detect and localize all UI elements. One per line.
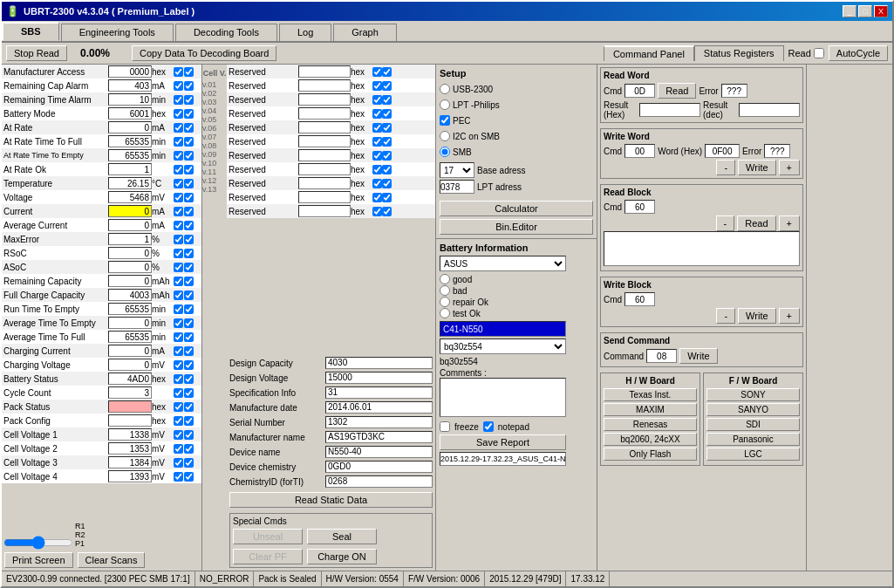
sbs-check2[interactable] xyxy=(184,402,194,412)
bad-radio[interactable] xyxy=(440,285,450,296)
sbs-check2[interactable] xyxy=(184,374,194,384)
charge-on-button[interactable]: Charge ON xyxy=(307,549,377,564)
reserved-check2[interactable] xyxy=(382,151,392,161)
stop-read-button[interactable]: Stop Read xyxy=(6,45,67,61)
sbs-check1[interactable] xyxy=(174,263,183,272)
sbs-check2[interactable] xyxy=(184,179,194,188)
sbs-check2[interactable] xyxy=(184,388,194,398)
write-block-plus-button[interactable]: + xyxy=(779,308,800,324)
sbs-check1[interactable] xyxy=(174,123,183,133)
sbs-check2[interactable] xyxy=(184,332,194,342)
sbs-check1[interactable] xyxy=(174,137,183,147)
tab-sbs[interactable]: SBS xyxy=(2,22,59,41)
sbs-check2[interactable] xyxy=(184,165,194,174)
sbs-check2[interactable] xyxy=(184,81,194,91)
lpt-radio[interactable] xyxy=(440,99,450,110)
sbs-check2[interactable] xyxy=(184,67,194,77)
word-hex-input[interactable] xyxy=(705,144,740,158)
save-report-button[interactable]: Save Report xyxy=(440,434,566,450)
clear-pf-button[interactable]: Clear PF xyxy=(233,549,303,564)
notepad-checkbox[interactable] xyxy=(483,421,494,432)
sbs-check2[interactable] xyxy=(184,137,194,147)
close-button[interactable]: X xyxy=(874,5,888,17)
good-radio[interactable] xyxy=(440,274,450,284)
reserved-check1[interactable] xyxy=(372,165,382,174)
sbs-check2[interactable] xyxy=(184,207,194,216)
address-select[interactable]: 17 xyxy=(440,162,474,178)
sbs-check1[interactable] xyxy=(174,430,183,440)
sbs-check1[interactable] xyxy=(174,193,183,202)
reserved-check2[interactable] xyxy=(382,193,392,202)
sbs-check2[interactable] xyxy=(184,346,194,356)
horizontal-scrollbar[interactable] xyxy=(3,537,73,548)
autocycle-button[interactable]: AutoCycle xyxy=(829,45,888,61)
sbs-check1[interactable] xyxy=(174,81,183,91)
reserved-check1[interactable] xyxy=(372,179,382,188)
sbs-check2[interactable] xyxy=(184,430,194,440)
sbs-check1[interactable] xyxy=(174,67,183,77)
freeze-checkbox[interactable] xyxy=(440,421,450,432)
sbs-check1[interactable] xyxy=(174,374,183,384)
write-word-cmd-input[interactable] xyxy=(624,144,655,158)
panasonic-button[interactable]: Panasonic xyxy=(706,433,800,446)
sbs-check2[interactable] xyxy=(184,277,194,286)
sbs-check1[interactable] xyxy=(174,416,183,426)
tab-decoding[interactable]: Decoding Tools xyxy=(175,24,277,41)
sbs-check1[interactable] xyxy=(174,249,183,258)
write-block-minus-button[interactable]: - xyxy=(716,308,735,324)
tab-engineering[interactable]: Engineering Tools xyxy=(61,24,174,41)
reserved-check1[interactable] xyxy=(372,109,382,119)
sbs-check2[interactable] xyxy=(184,263,194,272)
reserved-check2[interactable] xyxy=(382,95,392,105)
sbs-check2[interactable] xyxy=(184,360,194,370)
sbs-check1[interactable] xyxy=(174,402,183,412)
pec-checkbox[interactable] xyxy=(440,115,450,126)
sbs-check1[interactable] xyxy=(174,165,183,174)
read-block-cmd-input[interactable] xyxy=(624,200,655,214)
reserved-check2[interactable] xyxy=(382,109,392,119)
sbs-check2[interactable] xyxy=(184,472,194,482)
read-static-data-button[interactable]: Read Static Data xyxy=(229,492,433,508)
reserved-check2[interactable] xyxy=(382,67,392,77)
sbs-check1[interactable] xyxy=(174,458,183,468)
sbs-check1[interactable] xyxy=(174,179,183,188)
read-checkbox[interactable] xyxy=(814,48,824,58)
reserved-check1[interactable] xyxy=(372,95,382,105)
read-block-button[interactable]: Read xyxy=(737,215,775,231)
sbs-check1[interactable] xyxy=(174,472,183,482)
sbs-check1[interactable] xyxy=(174,95,183,105)
write-word-button[interactable]: Write xyxy=(738,160,775,175)
seal-button[interactable]: Seal xyxy=(307,529,377,544)
reserved-check1[interactable] xyxy=(372,137,382,147)
texas-inst-button[interactable]: Texas Inst. xyxy=(604,388,697,401)
lpt-address-input[interactable] xyxy=(440,180,474,194)
reserved-check2[interactable] xyxy=(382,179,392,188)
send-command-button[interactable]: Write xyxy=(679,348,717,364)
maximize-button[interactable]: □ xyxy=(858,5,872,17)
clear-scans-button[interactable]: Clear Scans xyxy=(78,552,146,568)
smb-radio[interactable] xyxy=(440,147,450,157)
i2c-radio[interactable] xyxy=(440,131,450,141)
print-screen-button[interactable]: Print Screen xyxy=(4,552,73,568)
sbs-check2[interactable] xyxy=(184,458,194,468)
sbs-check2[interactable] xyxy=(184,151,194,161)
bq2060-button[interactable]: bq2060, 24cXX xyxy=(604,433,697,446)
sbs-check1[interactable] xyxy=(174,235,183,244)
sbs-check2[interactable] xyxy=(184,221,194,230)
usb-radio[interactable] xyxy=(440,84,450,94)
sbs-check1[interactable] xyxy=(174,360,183,370)
sbs-check2[interactable] xyxy=(184,318,194,328)
only-flash-button[interactable]: Only Flash xyxy=(604,448,697,461)
sbs-check2[interactable] xyxy=(184,95,194,105)
reserved-check2[interactable] xyxy=(382,165,392,174)
reserved-check2[interactable] xyxy=(382,123,392,133)
manufacturer-select[interactable]: ASUS xyxy=(440,256,566,271)
calculator-button[interactable]: Calculator xyxy=(440,201,593,216)
sbs-check1[interactable] xyxy=(174,332,183,342)
read-block-minus-button[interactable]: - xyxy=(716,215,735,231)
sbs-check2[interactable] xyxy=(184,291,194,300)
write-block-button[interactable]: Write xyxy=(738,308,775,324)
sbs-check1[interactable] xyxy=(174,207,183,216)
sony-button[interactable]: SONY xyxy=(706,388,800,401)
write-block-cmd-input[interactable] xyxy=(624,292,655,306)
